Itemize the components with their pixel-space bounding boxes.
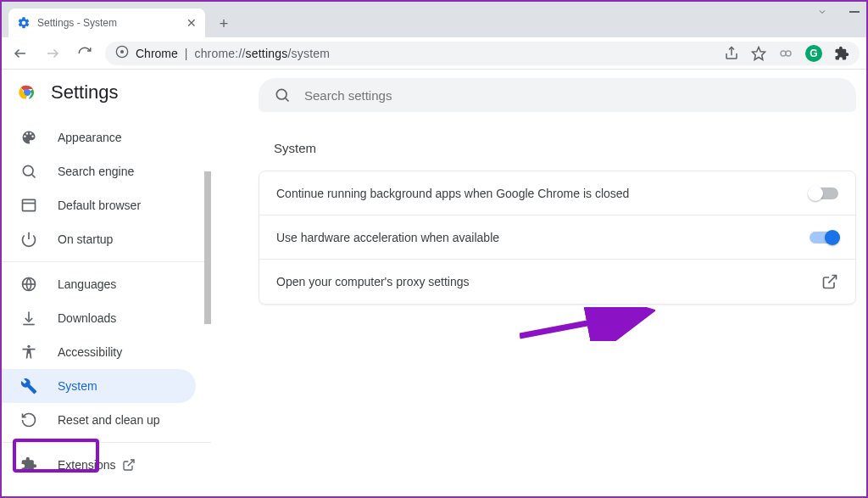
url-prefix: Chrome xyxy=(136,47,178,60)
svg-point-12 xyxy=(23,165,33,176)
grammarly-icon[interactable]: G xyxy=(805,45,822,62)
sidebar-item-downloads[interactable]: Downloads xyxy=(2,301,196,335)
extension-icon-1[interactable] xyxy=(778,46,793,61)
sidebar-item-extensions[interactable]: Extensions xyxy=(2,448,196,482)
accessibility-icon xyxy=(20,344,37,361)
puzzle-icon xyxy=(20,456,37,473)
sidebar-item-label: Default browser xyxy=(58,199,141,212)
power-icon xyxy=(20,231,37,248)
scrollbar[interactable] xyxy=(204,171,211,324)
tab-title: Settings - System xyxy=(37,17,117,29)
svg-line-21 xyxy=(128,460,134,466)
palette-icon xyxy=(20,129,37,146)
row-label: Continue running background apps when Go… xyxy=(276,187,810,200)
sidebar-divider xyxy=(2,261,211,262)
sidebar-item-label: Downloads xyxy=(58,311,116,325)
sidebar-item-label: Search engine xyxy=(58,165,134,178)
browser-tab[interactable]: Settings - System ✕ xyxy=(8,8,205,37)
url-sep: | xyxy=(185,47,188,60)
sidebar-item-default-browser[interactable]: Default browser xyxy=(2,188,196,222)
tab-strip: Settings - System ✕ + xyxy=(2,2,866,37)
sidebar-item-label: On startup xyxy=(58,232,113,246)
sidebar-item-label: Accessibility xyxy=(58,345,122,359)
external-link-icon xyxy=(821,273,838,290)
svg-rect-0 xyxy=(849,11,860,13)
sidebar-item-label: Extensions xyxy=(58,458,115,472)
sidebar-item-search-engine[interactable]: Search engine xyxy=(2,154,196,188)
forward-button[interactable] xyxy=(41,42,64,65)
sidebar-item-languages[interactable]: Languages xyxy=(2,267,196,301)
toggle-background-apps[interactable] xyxy=(810,187,838,199)
svg-rect-14 xyxy=(23,199,36,210)
sidebar-divider xyxy=(2,442,211,443)
settings-title: Settings xyxy=(51,81,119,104)
row-hardware-accel: Use hardware acceleration when available xyxy=(259,215,855,260)
browser-icon xyxy=(20,197,37,214)
svg-line-24 xyxy=(828,276,836,283)
sidebar-item-label: Appearance xyxy=(58,131,122,144)
settings-sidebar: Settings Appearance Search engine Defaul… xyxy=(2,70,211,496)
svg-marker-6 xyxy=(753,47,765,59)
browser-toolbar: Chrome | chrome://settings/system G xyxy=(2,37,866,70)
sidebar-item-system[interactable]: System xyxy=(2,369,196,403)
row-label: Use hardware acceleration when available xyxy=(276,231,810,244)
minimize-icon[interactable] xyxy=(846,3,863,20)
sidebar-item-label: Reset and clean up xyxy=(58,413,160,427)
svg-line-13 xyxy=(32,175,36,178)
wrench-icon xyxy=(20,378,37,394)
window-controls xyxy=(814,3,863,20)
row-proxy-settings[interactable]: Open your computer's proxy settings xyxy=(259,260,855,304)
download-icon xyxy=(20,310,37,327)
svg-point-8 xyxy=(786,51,791,56)
window-chevron-icon[interactable] xyxy=(814,3,831,20)
system-panel: Continue running background apps when Go… xyxy=(259,171,856,305)
sidebar-item-label: System xyxy=(58,379,97,393)
settings-search[interactable] xyxy=(259,78,856,112)
restore-icon xyxy=(20,411,37,428)
extensions-puzzle-icon[interactable] xyxy=(834,46,849,61)
search-icon xyxy=(274,87,291,104)
svg-point-7 xyxy=(781,51,786,56)
sidebar-item-label: Languages xyxy=(58,277,116,291)
site-info-icon[interactable] xyxy=(115,45,129,61)
globe-icon xyxy=(20,276,37,293)
row-background-apps: Continue running background apps when Go… xyxy=(259,171,855,215)
reload-button[interactable] xyxy=(73,42,97,65)
settings-main: System Continue running background apps … xyxy=(211,70,866,496)
search-input[interactable] xyxy=(304,88,841,103)
gear-icon xyxy=(17,16,31,30)
back-button[interactable] xyxy=(8,42,32,65)
close-icon[interactable]: ✕ xyxy=(186,16,197,30)
chrome-logo-icon xyxy=(17,82,37,103)
sidebar-item-on-startup[interactable]: On startup xyxy=(2,222,196,256)
share-icon[interactable] xyxy=(724,46,739,61)
sidebar-header: Settings xyxy=(2,70,211,120)
omnibox-actions: G xyxy=(724,45,849,62)
toggle-hardware-accel[interactable] xyxy=(810,232,838,243)
svg-point-20 xyxy=(27,345,30,348)
new-tab-button[interactable]: + xyxy=(212,12,236,36)
bookmark-star-icon[interactable] xyxy=(751,46,766,61)
row-label: Open your computer's proxy settings xyxy=(276,275,821,288)
sidebar-item-reset[interactable]: Reset and clean up xyxy=(2,403,196,437)
section-title: System xyxy=(274,141,856,155)
address-bar[interactable]: Chrome | chrome://settings/system G xyxy=(105,42,860,65)
sidebar-item-appearance[interactable]: Appearance xyxy=(2,120,196,154)
svg-point-4 xyxy=(120,50,124,53)
external-link-icon xyxy=(122,458,136,472)
sidebar-item-accessibility[interactable]: Accessibility xyxy=(2,335,196,369)
svg-point-22 xyxy=(276,89,287,99)
svg-line-23 xyxy=(286,98,289,102)
search-icon xyxy=(20,163,37,180)
